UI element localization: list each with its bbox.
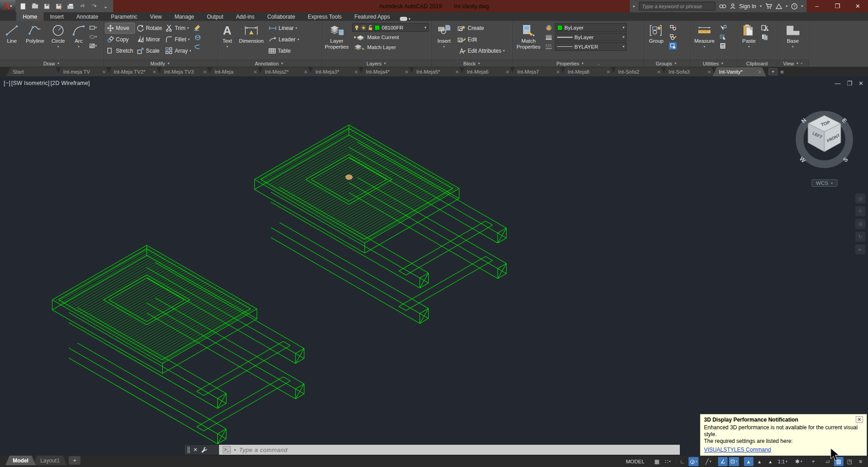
panel-label-properties[interactable]: Properties▼⌟ — [513, 60, 643, 67]
ribbon-tab-annotate[interactable]: Annotate — [70, 12, 105, 21]
plot-button[interactable] — [66, 3, 74, 10]
status-clean-screen-icon[interactable]: ◳ — [845, 457, 854, 466]
model-space-badge[interactable]: MODEL — [623, 459, 647, 464]
file-tab-close-icon[interactable]: ✕ — [455, 70, 459, 75]
status-grid-icon[interactable]: ▦ — [652, 457, 662, 466]
sign-in-button[interactable]: Sign In — [739, 3, 756, 10]
arc-button[interactable]: Arc ▾ — [70, 22, 87, 59]
app-menu-button[interactable]: A▾ — [0, 0, 15, 12]
cut-icon[interactable] — [761, 24, 768, 31]
file-tab-close-icon[interactable]: ✕ — [405, 70, 409, 75]
open-file-button[interactable] — [31, 3, 39, 10]
notification-close-button[interactable]: ✕ — [856, 416, 863, 423]
copy-clip-icon[interactable] — [761, 34, 768, 41]
status-snap-mode-icon[interactable]: ∷▾ — [663, 457, 673, 466]
lineweight-list-icon[interactable] — [545, 34, 553, 41]
file-tab-int-meja5-[interactable]: Int-Meja5*✕ — [410, 67, 464, 76]
viewcube[interactable]: N E W S TOP LEFT FRONT WCS▾ — [790, 92, 859, 191]
pan-icon[interactable]: ✛ — [855, 206, 865, 216]
file-tab-int-sofa2[interactable]: Int-Sofa2✕ — [612, 67, 665, 76]
group-edit-icon[interactable] — [669, 33, 677, 40]
file-tab-int-sofa3[interactable]: Int-Sofa3✕ — [662, 67, 716, 76]
panel-label-clipboard[interactable]: Clipboard — [737, 60, 777, 67]
rotate-button[interactable]: Rotate — [135, 23, 163, 33]
command-close-icon[interactable]: ✕ — [193, 447, 198, 453]
circle-dropdown-icon[interactable]: ▾ — [57, 45, 59, 49]
sign-in-dropdown-icon[interactable]: ▾ — [760, 4, 762, 8]
status-customization-plus-icon[interactable]: + — [808, 457, 818, 466]
panel-label-annotation[interactable]: Annotation▼ — [217, 60, 321, 67]
doc-restore-icon[interactable]: ❐ — [847, 80, 852, 87]
new-drawing-tab-button[interactable]: + — [768, 68, 778, 75]
panel-label-draw[interactable]: Draw▼ — [0, 60, 103, 67]
ribbon-tab-express-tools[interactable]: Express Tools — [301, 12, 348, 21]
qat-customize-button[interactable]: ⌄ — [102, 3, 110, 10]
fillet-button[interactable]: Fillet▾ — [164, 35, 192, 45]
match-properties-button[interactable]: Match Properties — [514, 22, 543, 59]
showmotion-icon[interactable]: ▸ — [855, 244, 865, 254]
paste-button[interactable]: Paste ▾ — [739, 22, 759, 59]
make-current-button[interactable]: Make Current — [352, 33, 429, 42]
quick-calculator-icon[interactable] — [719, 42, 727, 50]
lineweight-dropdown[interactable]: ByLayer ▾ — [555, 33, 627, 41]
erase-icon[interactable] — [194, 24, 201, 31]
file-tab-close-icon[interactable]: ✕ — [607, 70, 610, 75]
status-autoscale-icon[interactable]: ▴ — [755, 457, 764, 466]
ribbon-tab-manage[interactable]: Manage — [168, 12, 200, 21]
file-tabs-overflow-menu[interactable]: ≡ — [780, 69, 784, 75]
file-tab-int-meja-tv2-[interactable]: Int-Meja TV2*✕ — [107, 67, 161, 76]
ribbon-display-toggle[interactable]: ▾ — [400, 17, 410, 21]
ribbon-tab-insert[interactable]: Insert — [44, 12, 70, 21]
leader-button[interactable]: Leader▾ — [267, 35, 300, 45]
view-control[interactable]: [SW Isometric] — [11, 80, 50, 86]
file-tab-int-meja4-[interactable]: Int-Meja4*✕ — [359, 67, 413, 76]
linear-button[interactable]: Linear▾ — [267, 23, 300, 33]
file-tab-int-meja7[interactable]: Int-Meja7✕ — [511, 67, 564, 76]
ribbon-minimize-dropdown-icon[interactable]: ▾ — [409, 17, 410, 21]
ellipse-tool-icon[interactable]: ▾ — [89, 33, 97, 40]
search-expand-icon[interactable]: ▸ — [634, 4, 635, 8]
status-workspace-icon[interactable]: ✱▾ — [793, 457, 803, 466]
object-color-dropdown[interactable]: ByLayer ▾ — [555, 23, 627, 32]
apps-dropdown-icon[interactable]: ▾ — [786, 4, 788, 8]
status-annotation-visibility-icon[interactable]: ▴ — [744, 457, 753, 466]
file-tab-int-meja-tv3[interactable]: Int-Meja TV3✕ — [158, 67, 211, 76]
panel-label-modify[interactable]: Modify▼ — [104, 60, 217, 67]
ungroup-icon[interactable] — [669, 24, 677, 31]
zoom-extents-icon[interactable]: ⊕ — [855, 219, 865, 229]
mirror-button[interactable]: Mirror — [135, 35, 163, 45]
array-button[interactable]: Array▾ — [164, 46, 192, 56]
ribbon-tab-parametric[interactable]: Parametric — [105, 12, 144, 21]
ribbon-tab-add-ins[interactable]: Add-ins — [229, 12, 261, 21]
viewport-menu-control[interactable]: [−] — [4, 80, 10, 86]
dimension-button[interactable]: Dimension — [237, 22, 265, 59]
file-tab-close-icon[interactable]: ✕ — [708, 70, 711, 75]
file-tab-close-icon[interactable]: ✕ — [304, 70, 308, 75]
insert-button[interactable]: Insert ▾ — [434, 22, 454, 59]
hatch-tool-icon[interactable]: ▾ — [89, 42, 97, 50]
quick-select-icon[interactable] — [719, 24, 727, 31]
trim-button[interactable]: Trim▾ — [164, 23, 192, 33]
command-tools-wrench-icon[interactable] — [201, 447, 208, 453]
close-button[interactable]: ✕ — [848, 0, 868, 12]
panel-label-view[interactable]: View▼» — [777, 60, 808, 67]
panel-label-utilities[interactable]: Utilities▼ — [690, 60, 737, 67]
file-tab-start[interactable]: Start — [6, 67, 60, 76]
text-button[interactable]: A Text ▾ — [219, 22, 235, 59]
command-prompt-icon[interactable]: >_ — [223, 446, 231, 453]
polyline-button[interactable]: Polyline — [24, 22, 46, 59]
panel-label-groups[interactable]: Groups▼ — [644, 60, 689, 67]
status-annotation-scale-icon-icon[interactable]: ▴ — [766, 457, 775, 466]
file-tab-close-icon[interactable]: ✕ — [506, 70, 509, 75]
drag-grip-icon[interactable] — [187, 447, 190, 453]
save-as-button[interactable] — [55, 3, 62, 10]
visualstyles-command-link[interactable]: VISUALSTYLES Command — [704, 447, 771, 453]
status-polar-tracking-icon[interactable]: ◶▾ — [688, 457, 698, 466]
drawing-area[interactable]: [−] [SW Isometric] [2D Wireframe] — ❐ ✕ … — [0, 76, 868, 456]
select-similar-icon[interactable] — [719, 33, 727, 40]
linetype-dropdown[interactable]: BYLAYER ▾ — [555, 42, 627, 51]
rectangle-tool-icon[interactable]: ▾ — [89, 24, 97, 31]
file-tab-int-meja[interactable]: Int-Meja✕ — [208, 67, 262, 76]
file-tab-close-icon[interactable]: ✕ — [254, 70, 257, 75]
file-tab-int-meja6[interactable]: Int-Meja6✕ — [460, 67, 514, 76]
